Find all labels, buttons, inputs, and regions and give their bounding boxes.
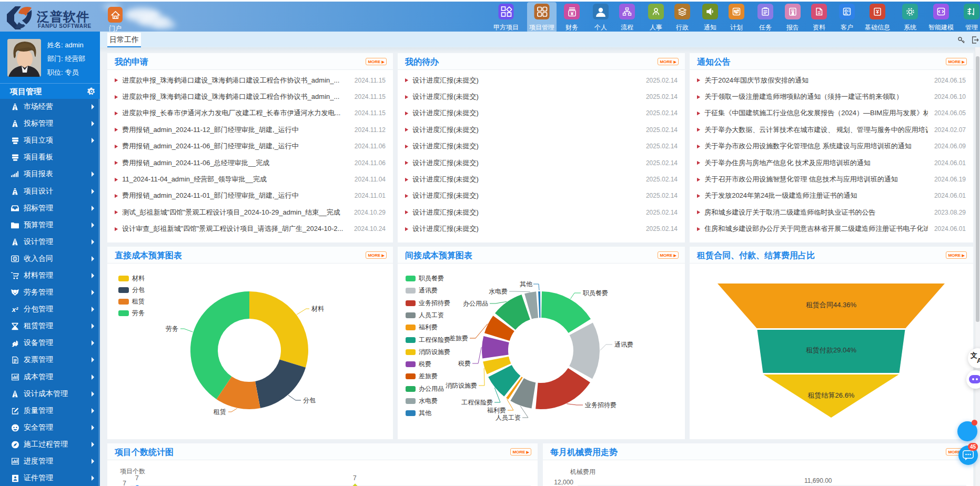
svg-text:福利费: 福利费 — [487, 407, 506, 414]
svg-text:材料: 材料 — [311, 305, 324, 312]
svg-text:12,000: 12,000 — [554, 479, 573, 486]
svg-text:消防设施费: 消防设施费 — [446, 382, 477, 389]
svg-text:业务招待费: 业务招待费 — [585, 401, 617, 409]
svg-text:7: 7 — [135, 474, 139, 482]
svg-text:租赁: 租赁 — [213, 408, 226, 416]
svg-text:工程保险费: 工程保险费 — [461, 399, 493, 406]
svg-text:项目个数: 项目个数 — [120, 468, 145, 475]
svg-text:租赁付款29.04%: 租赁付款29.04% — [806, 346, 857, 354]
svg-text:租赁合同44.36%: 租赁合同44.36% — [806, 301, 857, 309]
svg-text:劳务: 劳务 — [166, 325, 178, 332]
svg-text:差旅费: 差旅费 — [449, 335, 468, 342]
svg-text:其他: 其他 — [520, 280, 533, 288]
svg-text:7: 7 — [353, 474, 357, 482]
svg-text:水电费: 水电费 — [489, 288, 508, 295]
svg-text:税费: 税费 — [458, 360, 471, 367]
svg-text:分包: 分包 — [303, 397, 316, 404]
svg-text:通讯费: 通讯费 — [614, 341, 633, 348]
svg-text:租赁结算26.6%: 租赁结算26.6% — [808, 391, 855, 399]
svg-text:职员餐费: 职员餐费 — [583, 289, 608, 297]
svg-text:11,690.00: 11,690.00 — [804, 477, 832, 484]
svg-text:办公用品: 办公用品 — [463, 300, 488, 307]
svg-text:机械费用: 机械费用 — [570, 468, 595, 475]
svg-text:人员工资: 人员工资 — [496, 414, 521, 421]
svg-text:7: 7 — [123, 480, 126, 486]
